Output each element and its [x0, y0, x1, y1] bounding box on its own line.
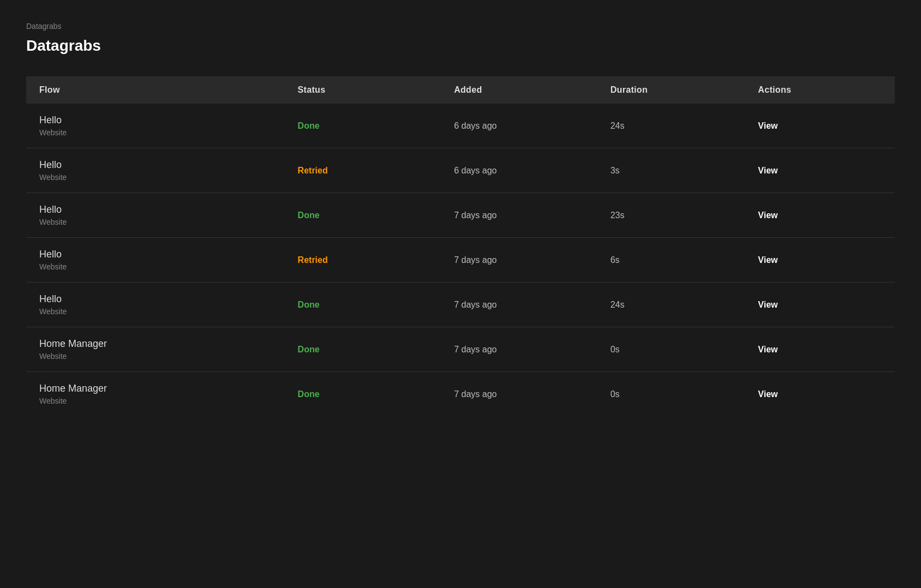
duration-text-4: 24s — [611, 300, 625, 309]
flow-type-4: Website — [39, 307, 276, 316]
column-header-actions: Actions — [747, 76, 895, 104]
cell-added-3: 7 days ago — [443, 238, 600, 283]
cell-duration-4: 24s — [600, 283, 747, 327]
table-row: Hello Website Done 7 days ago 24s View — [26, 283, 895, 327]
table-row: Hello Website Retried 6 days ago 3s View — [26, 148, 895, 193]
column-header-duration: Duration — [600, 76, 747, 104]
flow-type-0: Website — [39, 128, 276, 137]
flow-type-2: Website — [39, 218, 276, 226]
column-header-status: Status — [287, 76, 444, 104]
cell-status-2: Done — [287, 193, 444, 238]
duration-text-3: 6s — [611, 255, 620, 265]
cell-added-0: 6 days ago — [443, 104, 600, 148]
added-text-0: 6 days ago — [454, 121, 497, 130]
flow-name-5: Home Manager — [39, 338, 276, 350]
page-container: Datagrabs Datagrabs Flow Status Added Du… — [0, 0, 921, 438]
status-badge-1: Retried — [298, 166, 328, 175]
added-text-1: 6 days ago — [454, 166, 497, 175]
view-button-3[interactable]: View — [758, 255, 778, 265]
cell-actions-3: View — [747, 238, 895, 283]
table-row: Home Manager Website Done 7 days ago 0s … — [26, 372, 895, 417]
cell-flow-3: Hello Website — [26, 238, 287, 283]
page-title: Datagrabs — [26, 37, 895, 55]
cell-actions-1: View — [747, 148, 895, 193]
cell-duration-6: 0s — [600, 372, 747, 417]
column-header-flow: Flow — [26, 76, 287, 104]
cell-added-4: 7 days ago — [443, 283, 600, 327]
cell-flow-5: Home Manager Website — [26, 327, 287, 372]
table-row: Hello Website Retried 7 days ago 6s View — [26, 238, 895, 283]
view-button-2[interactable]: View — [758, 211, 778, 220]
cell-duration-1: 3s — [600, 148, 747, 193]
cell-flow-4: Hello Website — [26, 283, 287, 327]
cell-actions-5: View — [747, 327, 895, 372]
cell-status-5: Done — [287, 327, 444, 372]
cell-flow-6: Home Manager Website — [26, 372, 287, 417]
flow-name-1: Hello — [39, 159, 276, 171]
duration-text-0: 24s — [611, 121, 625, 130]
column-header-added: Added — [443, 76, 600, 104]
cell-added-5: 7 days ago — [443, 327, 600, 372]
table-row: Home Manager Website Done 7 days ago 0s … — [26, 327, 895, 372]
status-badge-4: Done — [298, 300, 320, 309]
cell-duration-0: 24s — [600, 104, 747, 148]
flow-name-3: Hello — [39, 249, 276, 260]
cell-flow-1: Hello Website — [26, 148, 287, 193]
flow-name-4: Hello — [39, 293, 276, 305]
view-button-1[interactable]: View — [758, 166, 778, 176]
duration-text-6: 0s — [611, 389, 620, 399]
datagrabs-table: Flow Status Added Duration Actions Hello… — [26, 76, 895, 416]
status-badge-2: Done — [298, 211, 320, 220]
view-button-0[interactable]: View — [758, 121, 778, 131]
cell-duration-2: 23s — [600, 193, 747, 238]
cell-status-3: Retried — [287, 238, 444, 283]
status-badge-5: Done — [298, 345, 320, 354]
table-row: Hello Website Done 7 days ago 23s View — [26, 193, 895, 238]
cell-actions-6: View — [747, 372, 895, 417]
cell-flow-2: Hello Website — [26, 193, 287, 238]
duration-text-1: 3s — [611, 166, 620, 175]
cell-status-4: Done — [287, 283, 444, 327]
cell-actions-4: View — [747, 283, 895, 327]
cell-duration-3: 6s — [600, 238, 747, 283]
cell-added-1: 6 days ago — [443, 148, 600, 193]
view-button-5[interactable]: View — [758, 345, 778, 355]
flow-name-2: Hello — [39, 204, 276, 215]
table-container: Flow Status Added Duration Actions Hello… — [26, 76, 895, 416]
flow-type-3: Website — [39, 262, 276, 271]
duration-text-5: 0s — [611, 345, 620, 354]
view-button-6[interactable]: View — [758, 389, 778, 399]
table-row: Hello Website Done 6 days ago 24s View — [26, 104, 895, 148]
status-badge-3: Retried — [298, 255, 328, 265]
cell-status-0: Done — [287, 104, 444, 148]
added-text-4: 7 days ago — [454, 300, 497, 309]
cell-status-6: Done — [287, 372, 444, 417]
status-badge-0: Done — [298, 121, 320, 130]
table-header-row: Flow Status Added Duration Actions — [26, 76, 895, 104]
cell-duration-5: 0s — [600, 327, 747, 372]
added-text-6: 7 days ago — [454, 389, 497, 399]
flow-type-5: Website — [39, 352, 276, 361]
flow-type-1: Website — [39, 173, 276, 182]
breadcrumb: Datagrabs — [26, 22, 895, 31]
cell-flow-0: Hello Website — [26, 104, 287, 148]
cell-added-6: 7 days ago — [443, 372, 600, 417]
cell-status-1: Retried — [287, 148, 444, 193]
flow-name-0: Hello — [39, 115, 276, 126]
added-text-3: 7 days ago — [454, 255, 497, 265]
view-button-4[interactable]: View — [758, 300, 778, 310]
status-badge-6: Done — [298, 389, 320, 399]
cell-actions-0: View — [747, 104, 895, 148]
added-text-5: 7 days ago — [454, 345, 497, 354]
flow-name-6: Home Manager — [39, 383, 276, 394]
cell-actions-2: View — [747, 193, 895, 238]
cell-added-2: 7 days ago — [443, 193, 600, 238]
added-text-2: 7 days ago — [454, 211, 497, 220]
flow-type-6: Website — [39, 397, 276, 405]
duration-text-2: 23s — [611, 211, 625, 220]
